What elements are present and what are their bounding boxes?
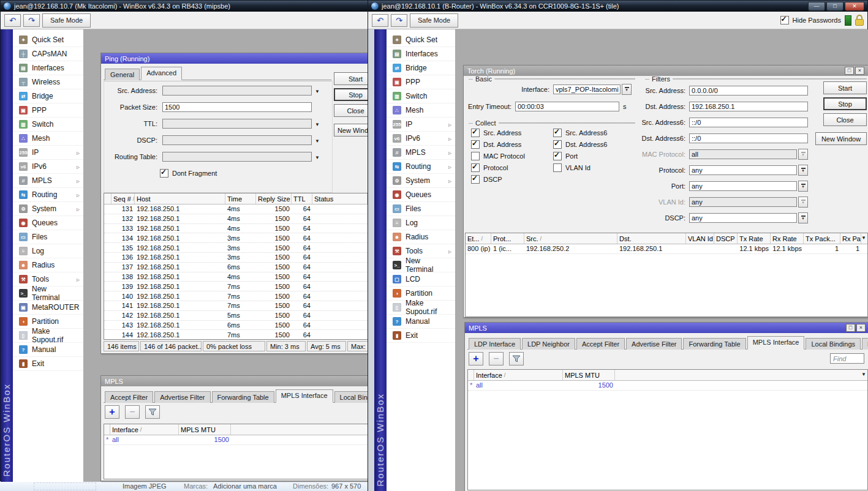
tab[interactable]: General	[105, 69, 140, 80]
column-header[interactable]: VLAN Id	[686, 233, 714, 244]
column-header[interactable]: MPLS MTU	[179, 424, 231, 435]
table-row[interactable]: 135 192.168.250.1 3ms 1500 64	[104, 243, 368, 253]
torch-titlebar[interactable]: Torch (Running) □ ×	[464, 66, 868, 76]
collect-checkbox[interactable]	[471, 152, 480, 160]
minimize-icon[interactable]: —	[808, 2, 825, 11]
column-header[interactable]: Interface	[474, 370, 563, 380]
collect-checkbox[interactable]	[471, 129, 480, 137]
tab[interactable]: Forwarding Table	[683, 338, 745, 350]
sidebar-item[interactable]: ▯ Make Supout.rif	[387, 301, 455, 315]
column-header[interactable]: Interface	[110, 424, 179, 435]
start-button[interactable]: Start	[823, 81, 867, 94]
maximize-icon[interactable]: □	[846, 324, 855, 332]
tab[interactable]: Accept Filter	[105, 391, 153, 403]
sidebar-item[interactable]: ⚙ System ▹	[13, 202, 83, 216]
sidebar-item[interactable]: v6 IPv6 ▹	[13, 160, 83, 174]
sidebar-item[interactable]: ▣ PPP	[387, 75, 455, 89]
filter-button[interactable]	[145, 405, 160, 419]
sidebar-item[interactable]: ▢ LCD	[387, 272, 455, 287]
sidebar-item[interactable]: ∴ Mesh	[387, 103, 455, 118]
redo-icon[interactable]: ↷	[23, 14, 40, 27]
collect-checkbox[interactable]	[471, 163, 480, 172]
column-header[interactable]: Et...	[466, 233, 491, 244]
sidebar-item[interactable]: ▤ Interfaces	[13, 61, 83, 75]
column-header[interactable]: Src.	[524, 233, 617, 244]
dont-fragment-checkbox[interactable]	[160, 169, 168, 178]
add-button[interactable]: +	[469, 352, 483, 365]
combo-dropdown-icon[interactable]	[798, 181, 808, 192]
tab[interactable]: LDP Neighbor	[522, 338, 575, 350]
sidebar-item[interactable]: ⇆ Routing ▹	[387, 160, 455, 174]
sidebar-item[interactable]: ✦ Quick Set	[13, 33, 83, 47]
table-row[interactable]: 144 192.168.250.1 7ms 1500 64	[104, 330, 368, 340]
column-header[interactable]: Dst.	[617, 233, 686, 244]
close-icon[interactable]: ✕	[845, 2, 864, 11]
sidebar-item[interactable]: ☻ Radius	[13, 258, 83, 272]
remove-button[interactable]: −	[125, 405, 140, 419]
close-icon[interactable]: ×	[856, 324, 866, 332]
column-dropdown-icon[interactable]: ▼	[861, 372, 866, 377]
sidebar-item[interactable]: ▣ PPP	[13, 103, 83, 118]
right-window-titlebar[interactable]: jean@192.168.10.1 (B-Router) - WinBox v6…	[368, 1, 867, 12]
sidebar-item[interactable]: >_ New Terminal	[13, 287, 83, 301]
mpls-left-titlebar[interactable]: MPLS	[101, 376, 374, 386]
filter-field[interactable]: ::/0	[689, 133, 808, 143]
table-row[interactable]: 131 192.168.250.1 4ms 1500 64	[104, 204, 368, 214]
sidebar-item[interactable]: ✦ Quick Set	[387, 33, 455, 47]
sidebar-item[interactable]: // MPLS ▹	[13, 174, 83, 188]
close-icon[interactable]: ×	[855, 67, 864, 75]
combo-dropdown-icon[interactable]	[798, 165, 808, 176]
left-window-titlebar[interactable]: jean@192.168.10.7 (Mk Itacolomi) - WinBo…	[1, 1, 369, 12]
sidebar-item[interactable]: // MPLS ▹	[387, 146, 455, 160]
sidebar-item[interactable]: ∴ Mesh	[13, 132, 83, 146]
field-input[interactable]	[162, 86, 312, 96]
table-row[interactable]: 141 192.168.250.1 7ms 1500 64	[104, 301, 368, 311]
column-dropdown-icon[interactable]: ▼	[861, 235, 866, 241]
filter-field[interactable]: 192.168.250.1	[689, 102, 808, 111]
column-header[interactable]: Prot...	[491, 233, 524, 244]
table-row[interactable]: 132 192.168.250.1 4ms 1500 64	[104, 214, 368, 224]
tab[interactable]: Advertise Filter	[154, 391, 210, 403]
column-header[interactable]: Host	[135, 193, 225, 204]
safe-mode-button[interactable]: Safe Mode	[42, 13, 91, 28]
maximize-icon[interactable]: □	[845, 67, 854, 75]
column-header[interactable]: DSCP	[714, 233, 738, 244]
combo-dropdown-icon[interactable]	[798, 197, 808, 208]
hide-passwords-checkbox[interactable]	[780, 16, 789, 24]
sidebar-item[interactable]: ▣ MetaROUTER	[13, 301, 83, 315]
tab[interactable]: MPLS Interface	[747, 336, 805, 350]
tab[interactable]: Remote Bindings	[862, 338, 868, 350]
sidebar-item[interactable]: ☻ Radius	[387, 230, 455, 244]
combo-dropdown-icon[interactable]	[798, 149, 808, 160]
filter-field[interactable]: all	[689, 149, 797, 159]
table-row[interactable]: 139 192.168.250.1 7ms 1500 64	[104, 282, 368, 291]
sidebar-item[interactable]: >_ New Terminal	[387, 258, 455, 272]
remove-button[interactable]: −	[489, 352, 504, 365]
field-input[interactable]	[162, 152, 312, 162]
table-row[interactable]: 142 192.168.250.1 5ms 1500 64	[104, 311, 368, 321]
sidebar-item[interactable]: ◉ Queues	[387, 188, 455, 202]
sidebar-item[interactable]: ≡ Log	[387, 216, 455, 230]
sidebar-item[interactable]: ▭ Files	[13, 230, 83, 244]
table-row[interactable]: 140 192.168.250.1 7ms 1500 64	[104, 291, 368, 301]
column-header[interactable]: Tx Pack...	[804, 233, 840, 244]
filter-button[interactable]	[509, 352, 524, 365]
add-button[interactable]: +	[105, 405, 119, 419]
tab[interactable]: Local Bindings	[806, 338, 861, 350]
column-header[interactable]: Rx Pack	[840, 233, 861, 244]
table-row[interactable]: 134 192.168.250.1 3ms 1500 64	[104, 233, 368, 243]
mpls-right-titlebar[interactable]: MPLS □ ×	[465, 323, 868, 333]
column-header[interactable]: Time	[225, 193, 256, 204]
tab[interactable]: Advanced	[141, 67, 182, 80]
tab[interactable]: Advertise Filter	[626, 338, 682, 350]
column-header[interactable]: Status	[312, 193, 368, 204]
tab[interactable]: Accept Filter	[576, 338, 625, 350]
collect-checkbox[interactable]	[553, 140, 562, 149]
new-window-button[interactable]: New Window	[815, 132, 867, 145]
sidebar-item[interactable]: ? Manual	[387, 315, 455, 329]
maximize-icon[interactable]: □	[826, 2, 843, 11]
sidebar-item[interactable]: 255 IP ▹	[13, 146, 83, 160]
filter-field[interactable]: ::/0	[689, 118, 808, 127]
sidebar-item[interactable]: ▯ Make Supout.rif	[13, 329, 83, 343]
sidebar-item[interactable]: ◉ Queues	[13, 216, 83, 230]
